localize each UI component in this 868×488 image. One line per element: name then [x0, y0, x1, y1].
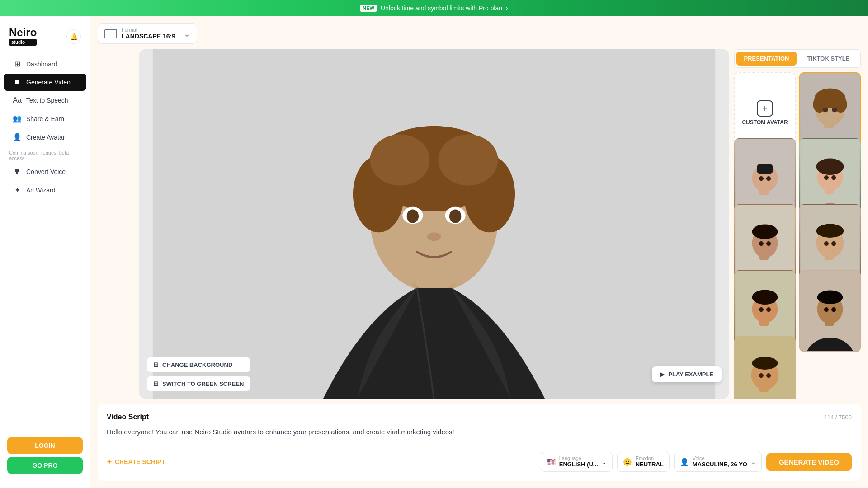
notification-bell[interactable]: 🔔: [66, 29, 81, 44]
svg-point-57: [766, 307, 771, 312]
avatar-card-8[interactable]: [734, 336, 796, 399]
emotion-dropdown[interactable]: 😐 Emotion NEUTRAL: [617, 452, 670, 472]
language-chevron-icon: ⌄: [602, 459, 607, 465]
language-flag: 🇺🇸: [547, 458, 556, 466]
sidebar-item-dashboard[interactable]: ⊞ Dashboard: [4, 55, 86, 73]
format-icon: [104, 29, 117, 38]
script-section: Video Script 114 / 7500 Hello everyone! …: [98, 404, 861, 481]
sidebar-item-ad-wizard[interactable]: ✦ Ad Wizard: [4, 181, 86, 199]
svg-point-70: [759, 373, 764, 378]
new-badge: NEW: [360, 5, 377, 12]
svg-point-21: [823, 108, 828, 112]
content-area: Format LANDSCAPE 16:9 ⌄: [90, 16, 868, 488]
svg-point-49: [824, 241, 829, 246]
avatar-grid: + CUSTOM AVATAR: [734, 72, 861, 399]
script-count: 114 / 7500: [824, 414, 852, 421]
logo-name: Neiro: [9, 27, 37, 38]
emotion-emoji: 😐: [623, 458, 632, 466]
avatar-7-svg: [800, 271, 860, 351]
svg-point-41: [752, 225, 778, 239]
go-pro-button[interactable]: GO PRO: [7, 457, 83, 474]
format-label: Format: [122, 28, 179, 33]
sidebar-label-dashboard: Dashboard: [26, 61, 57, 68]
language-label: Language: [559, 456, 598, 461]
sidebar-label-convert: Convert Voice: [26, 168, 66, 175]
svg-point-62: [817, 291, 843, 304]
tab-presentation[interactable]: PRESENTATION: [736, 52, 797, 66]
banner-text: Unlock time and symbol limits with Pro p…: [381, 5, 502, 12]
create-script-label: CREATE SCRIPT: [115, 458, 165, 465]
avatar-preview-svg: [139, 49, 729, 399]
svg-point-36: [831, 175, 836, 180]
create-avatar-icon: 👤: [13, 133, 22, 141]
script-text[interactable]: Hello everyone! You can use Neiro Studio…: [107, 427, 852, 445]
generate-video-icon: ⏺: [13, 78, 22, 86]
voice-chevron-icon: ⌄: [751, 459, 756, 465]
text-to-speech-icon: Aa: [13, 96, 22, 104]
login-button[interactable]: LOGIN: [7, 437, 83, 454]
avatar-8-svg: [735, 337, 795, 399]
sidebar-item-text-to-speech[interactable]: Aa Text to Speech: [4, 92, 86, 109]
coming-soon-label: Coming soon, request beta access: [0, 146, 90, 163]
svg-point-13: [427, 232, 441, 241]
script-title: Video Script: [107, 413, 149, 421]
avatar-panel: PRESENTATION TIKTOK STYLE + CUSTOM AVATA…: [734, 49, 861, 399]
svg-point-69: [752, 357, 778, 370]
left-panel: [98, 49, 134, 399]
svg-point-7: [370, 135, 430, 186]
sidebar-label-share: Share & Earn: [26, 115, 64, 122]
sidebar-item-generate-video[interactable]: ⏺ Generate Video: [4, 74, 86, 91]
sidebar-item-convert-voice[interactable]: 🎙 Convert Voice: [4, 163, 86, 180]
emotion-label: Emotion: [636, 456, 664, 461]
svg-rect-27: [757, 164, 773, 174]
language-value: ENGLISH (U...: [559, 461, 598, 468]
svg-point-22: [832, 108, 837, 112]
svg-point-56: [759, 307, 764, 312]
change-background-button[interactable]: ⊞ CHANGE BACKGROUND: [146, 357, 250, 372]
banner-arrow: ›: [506, 5, 508, 12]
change-bg-icon: ⊞: [153, 361, 159, 368]
change-bg-label: CHANGE BACKGROUND: [162, 361, 232, 368]
sidebar-item-share-earn[interactable]: 👥 Share & Earn: [4, 110, 86, 127]
voice-value: MASCULINE, 26 YO: [693, 461, 747, 468]
custom-avatar-label: CUSTOM AVATAR: [742, 119, 788, 126]
convert-voice-icon: 🎙: [13, 168, 22, 176]
svg-point-64: [831, 307, 836, 312]
create-script-icon: ✦: [107, 458, 112, 465]
svg-point-12: [449, 209, 461, 223]
svg-point-11: [407, 209, 419, 223]
video-controls: ⊞ CHANGE BACKGROUND ⊞ SWITCH TO GREEN SC…: [146, 357, 722, 391]
play-example-button[interactable]: ▶ PLAY EXAMPLE: [652, 366, 722, 382]
avatar-card-7[interactable]: [799, 270, 861, 352]
dashboard-icon: ⊞: [13, 60, 22, 68]
svg-point-43: [766, 241, 771, 246]
voice-icon: 👤: [680, 458, 689, 466]
sidebar-label-avatar: Create Avatar: [26, 134, 65, 141]
voice-dropdown[interactable]: 👤 Voice MASCULINE, 26 YO ⌄: [674, 452, 762, 472]
generate-video-button[interactable]: GENERATE VIDEO: [766, 453, 852, 471]
format-selector[interactable]: Format LANDSCAPE 16:9 ⌄: [98, 23, 197, 44]
top-banner[interactable]: NEW Unlock time and symbol limits with P…: [0, 0, 868, 16]
format-value: LANDSCAPE 16:9: [122, 33, 179, 40]
svg-point-35: [824, 175, 829, 180]
svg-point-48: [816, 224, 844, 238]
svg-point-29: [766, 176, 771, 181]
create-script-button[interactable]: ✦ CREATE SCRIPT: [107, 458, 165, 465]
custom-plus-icon: +: [757, 100, 773, 117]
svg-point-63: [824, 307, 829, 312]
sidebar-label-ad: Ad Wizard: [26, 187, 56, 194]
green-screen-button[interactable]: ⊞ SWITCH TO GREEN SCREEN: [146, 376, 250, 391]
sidebar-item-create-avatar[interactable]: 👤 Create Avatar: [4, 128, 86, 146]
svg-point-34: [816, 159, 844, 175]
language-dropdown[interactable]: 🇺🇸 Language ENGLISH (U... ⌄: [541, 452, 613, 472]
emotion-value: NEUTRAL: [636, 461, 664, 468]
svg-point-71: [766, 373, 771, 378]
tab-tiktok-style[interactable]: TIKTOK STYLE: [798, 52, 859, 66]
green-screen-label: SWITCH TO GREEN SCREEN: [162, 380, 244, 387]
play-icon: ▶: [660, 371, 665, 378]
svg-point-28: [759, 176, 764, 181]
ad-wizard-icon: ✦: [13, 186, 22, 194]
format-chevron-icon: ⌄: [184, 29, 190, 39]
sidebar-label-generate-video: Generate Video: [26, 79, 71, 86]
style-tabs: PRESENTATION TIKTOK STYLE: [734, 49, 861, 68]
